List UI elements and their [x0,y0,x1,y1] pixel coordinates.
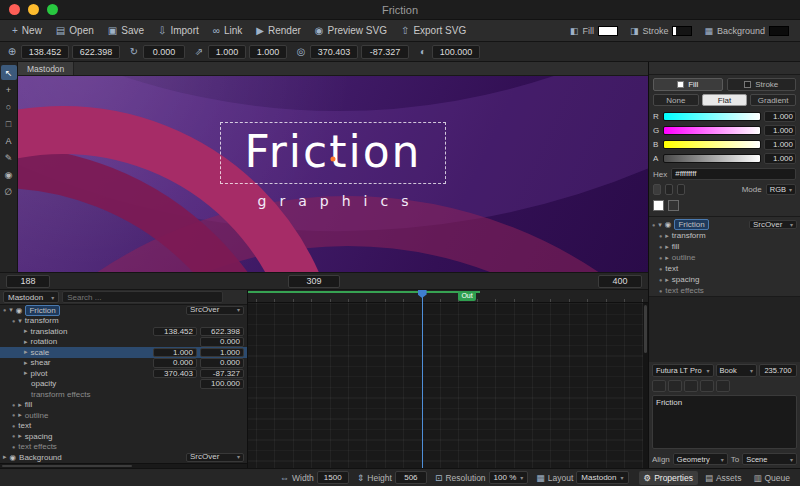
timeline-row[interactable]: transform effects [0,389,247,400]
scrollbar-thumb[interactable] [2,465,132,467]
keyframe-grid[interactable] [248,303,648,468]
font-family-select[interactable]: Futura LT Pro [652,364,714,377]
timeline-grid[interactable]: Out [248,290,648,468]
view-end-frame-field[interactable]: 400 [598,275,642,288]
fill-color-control[interactable]: ◧ Fill [565,26,623,36]
out-marker[interactable]: Out [458,291,475,301]
record-dot-icon[interactable]: ● [659,255,662,261]
paint-tool[interactable]: ✎ [1,150,17,165]
font-style-select[interactable]: Book [716,364,757,377]
tab-properties[interactable]: ⚙ Properties [639,471,698,485]
pivot-point-marker[interactable] [331,157,336,162]
scrollbar-thumb[interactable] [644,305,647,353]
channel-value-field[interactable]: 1.000 [764,153,796,164]
channel-value-field[interactable]: 1.000 [764,125,796,136]
hex-input[interactable]: #ffffffff [671,168,796,180]
paint-gradient-button[interactable]: Gradient [750,94,796,106]
scene-width-field[interactable]: 1500 [317,471,349,484]
value-field[interactable]: 622.398 [200,327,244,337]
channel-value-field[interactable]: 1.000 [764,139,796,150]
expand-arrow-icon[interactable]: ▸ [3,453,7,461]
value-field[interactable]: 370.403 [153,369,197,379]
expand-arrow-icon[interactable]: ▸ [665,276,669,284]
timeline-row[interactable]: ● ▾ ◉ Friction SrcOver [0,305,247,316]
hierarchy-row[interactable]: ● ▸ fill [649,241,800,252]
position-x-field[interactable]: 138.452 [21,45,69,59]
expand-arrow-icon[interactable]: ▸ [18,411,22,419]
hierarchy-row[interactable]: ● ▾ ◉ Friction SrcOver [649,219,800,230]
paint-flat-button[interactable]: Flat [702,94,748,106]
layout-select[interactable]: Mastodon [576,471,628,484]
visibility-icon[interactable]: ◉ [10,453,17,462]
channel-slider[interactable] [663,112,761,121]
bookmark-color-swatch[interactable] [653,200,664,211]
tab-fill[interactable]: Fill [653,78,723,91]
timeline-row[interactable]: ● text [0,421,247,432]
record-dot-icon[interactable]: ● [3,307,6,313]
record-dot-icon[interactable]: ● [12,423,15,429]
blend-mode-select[interactable]: SrcOver [186,453,244,463]
text-tool[interactable]: A [1,133,17,148]
expand-arrow-icon[interactable]: ▸ [18,432,22,440]
artwork-subtitle-text[interactable]: graphics [245,193,422,209]
timeline-row[interactable]: opacity 100.000 [0,379,247,390]
timeline-horizontal-scrollbar[interactable] [0,463,247,468]
expand-arrow-icon[interactable]: ▸ [24,327,28,335]
expand-arrow-icon[interactable]: ▾ [18,317,22,325]
hierarchy-row[interactable]: ● text effects [649,285,800,296]
tab-queue[interactable]: ▥ Queue [748,471,795,485]
null-tool[interactable]: ∅ [1,184,17,199]
bookmark-color-swatch[interactable] [668,200,679,211]
node-tool[interactable]: + [1,82,17,97]
channel-slider[interactable] [663,140,761,149]
export-svg-button[interactable]: ⇧ Export SVG [395,23,472,38]
record-dot-icon[interactable]: ● [12,433,15,439]
scale-y-field[interactable]: 1.000 [249,45,287,59]
mode-select[interactable]: RGB [766,184,796,195]
record-dot-icon[interactable]: ● [659,244,662,250]
rotation-field[interactable]: 0.000 [143,45,185,59]
render-button[interactable]: ▶ Render [250,23,307,38]
value-field[interactable]: 0.000 [200,337,244,347]
record-dot-icon[interactable]: ● [12,444,15,450]
value-field[interactable]: 0.000 [153,358,197,368]
visibility-icon[interactable]: ◉ [665,220,672,229]
opacity-field[interactable]: 100.000 [432,45,480,59]
hierarchy-row[interactable]: ● ▸ transform [649,230,800,241]
timeline-vertical-scrollbar[interactable] [643,303,648,468]
expand-arrow-icon[interactable]: ▸ [24,369,28,377]
expand-arrow-icon[interactable]: ▾ [9,306,13,314]
timeline-row[interactable]: ● ▸ spacing [0,431,247,442]
import-button[interactable]: ⇩ Import [152,23,205,38]
hierarchy-row[interactable]: ● ▸ spacing [649,274,800,285]
record-dot-icon[interactable]: ● [659,233,662,239]
expand-arrow-icon[interactable]: ▸ [665,254,669,262]
tab-stroke[interactable]: Stroke [727,78,797,91]
zoom-window-button[interactable] [47,4,58,15]
record-dot-icon[interactable]: ● [12,318,15,324]
expand-arrow-icon[interactable]: ▾ [658,221,662,229]
record-dot-icon[interactable]: ● [12,402,15,408]
scale-x-field[interactable]: 1.000 [208,45,246,59]
text-content-input[interactable]: Friction [652,395,797,449]
resolution-select[interactable]: 100 % [489,471,529,484]
timeline-row[interactable]: ▸ pivot 370.403 -87.327 [0,368,247,379]
pivot-y-field[interactable]: -87.327 [361,45,409,59]
value-field[interactable]: 1.000 [153,348,197,358]
playhead[interactable] [422,290,423,468]
rect-tool[interactable]: □ [1,116,17,131]
channel-slider[interactable] [663,126,761,135]
timeline-row[interactable]: ● ▸ fill [0,400,247,411]
current-frame-field[interactable]: 309 [288,275,340,288]
hsv-mode-button[interactable] [665,184,673,195]
align-text-right-button[interactable] [684,380,698,392]
search-input[interactable] [62,291,223,303]
pick-tool[interactable]: ◉ [1,167,17,182]
align-text-top-button[interactable] [700,380,714,392]
timeline-row[interactable]: ▸ scale 1.000 1.000 [0,347,247,358]
hierarchy-row[interactable]: ● ▸ outline [649,252,800,263]
align-text-bottom-button[interactable] [716,380,730,392]
record-dot-icon[interactable]: ● [12,412,15,418]
expand-arrow-icon[interactable]: ▸ [24,338,28,346]
scene-select[interactable]: Mastodon [3,291,59,303]
